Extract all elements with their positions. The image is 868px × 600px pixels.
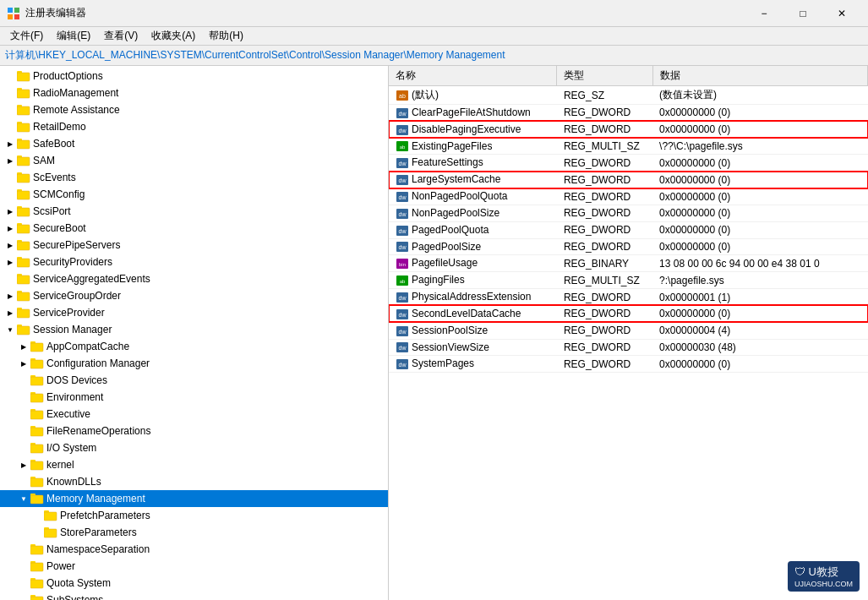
tree-item[interactable]: ▶ SecurityProviders	[0, 254, 388, 270]
expand-arrow[interactable]: ▶	[17, 357, 30, 370]
reg-type: REG_MULTI_SZ	[557, 138, 652, 155]
col-data[interactable]: 数据	[652, 66, 867, 86]
tree-item[interactable]: StoreParameters	[0, 524, 388, 541]
menu-view[interactable]: 查看(V)	[97, 27, 145, 45]
table-row[interactable]: dwLargeSystemCacheREG_DWORD0x00000000 (0…	[389, 172, 868, 188]
tree-item[interactable]: ▶ AppCompatCache	[0, 338, 388, 355]
tree-item[interactable]: SCMConfig	[0, 186, 388, 203]
expand-arrow[interactable]	[17, 559, 30, 573]
tree-item[interactable]: ▶ ScsiPort	[0, 203, 388, 220]
expand-arrow[interactable]: ▶	[3, 255, 17, 269]
tree-item[interactable]: Environment	[0, 389, 388, 406]
col-type[interactable]: 类型	[557, 66, 652, 86]
menu-file[interactable]: 文件(F)	[3, 27, 50, 45]
table-row[interactable]: dwClearPageFileAtShutdownREG_DWORD0x0000…	[389, 105, 868, 122]
table-row[interactable]: dwSecondLevelDataCacheREG_DWORD0x0000000…	[389, 305, 868, 322]
menu-help[interactable]: 帮助(H)	[202, 27, 250, 45]
tree-item[interactable]: ▶ SecurePipeServers	[0, 237, 388, 254]
table-row[interactable]: abPagingFilesREG_MULTI_SZ?:\pagefile.sys	[389, 272, 868, 289]
tree-item[interactable]: ScEvents	[0, 169, 388, 186]
tree-item[interactable]: PrefetchParameters	[0, 507, 388, 524]
tree-item[interactable]: ▶ SafeBoot	[0, 135, 388, 152]
expand-arrow[interactable]	[30, 509, 44, 522]
tree-item[interactable]: ▼ Session Manager	[0, 321, 388, 338]
col-name[interactable]: 名称	[389, 66, 557, 86]
svg-text:dw: dw	[399, 244, 407, 250]
svg-text:dw: dw	[399, 362, 407, 368]
reg-data: 0x00000001 (1)	[652, 289, 867, 306]
tree-item[interactable]: ▶ SecureBoot	[0, 220, 388, 237]
expand-arrow[interactable]	[3, 120, 17, 134]
tree-item[interactable]: ▶ Configuration Manager	[0, 355, 388, 372]
tree-item[interactable]: ▶ ServiceGroupOrder	[0, 287, 388, 304]
tree-item[interactable]: Executive	[0, 406, 388, 423]
expand-arrow[interactable]: ▶	[17, 458, 30, 472]
table-row[interactable]: binPagefileUsageREG_BINARY13 08 00 00 6c…	[389, 255, 868, 272]
expand-arrow[interactable]: ▼	[3, 323, 17, 336]
expand-arrow[interactable]	[3, 171, 17, 184]
expand-arrow[interactable]	[17, 374, 30, 387]
expand-arrow[interactable]	[17, 543, 30, 556]
tree-item[interactable]: ProductOptions	[0, 68, 388, 85]
maximize-button[interactable]: □	[783, 0, 822, 27]
minimize-button[interactable]: −	[745, 0, 783, 27]
expand-arrow[interactable]	[3, 103, 17, 117]
tree-item[interactable]: Power	[0, 558, 388, 575]
menu-edit[interactable]: 编辑(E)	[50, 27, 97, 45]
tree-item[interactable]: RadioManagement	[0, 85, 388, 101]
tree-item[interactable]: SubSystems	[0, 592, 388, 600]
tree-item[interactable]: DOS Devices	[0, 372, 388, 389]
tree-panel[interactable]: ProductOptions RadioManagement Remote As…	[0, 66, 389, 600]
expand-arrow[interactable]	[17, 424, 30, 438]
tree-item[interactable]: FileRenameOperations	[0, 423, 388, 439]
tree-item[interactable]: ▶ SAM	[0, 152, 388, 169]
expand-arrow[interactable]	[17, 593, 30, 600]
table-row[interactable]: dwNonPagedPoolQuotaREG_DWORD0x00000000 (…	[389, 188, 868, 205]
table-row[interactable]: dwSystemPagesREG_DWORD0x00000000 (0)	[389, 356, 868, 373]
expand-arrow[interactable]	[17, 475, 30, 488]
expand-arrow[interactable]: ▼	[17, 492, 30, 505]
tree-item[interactable]: Remote Assistance	[0, 101, 388, 118]
expand-arrow[interactable]: ▶	[3, 205, 17, 218]
expand-arrow[interactable]: ▶	[3, 137, 17, 150]
table-row[interactable]: dwSessionViewSizeREG_DWORD0x00000030 (48…	[389, 339, 868, 356]
expand-arrow[interactable]	[3, 69, 17, 83]
expand-arrow[interactable]: ▶	[3, 221, 17, 235]
table-row[interactable]: dwPagedPoolSizeREG_DWORD0x00000000 (0)	[389, 238, 868, 255]
expand-arrow[interactable]: ▶	[17, 340, 30, 353]
tree-item[interactable]: ▼ Memory Management	[0, 490, 388, 507]
table-row[interactable]: dwPagedPoolQuotaREG_DWORD0x00000000 (0)	[389, 221, 868, 238]
table-row[interactable]: ab(默认)REG_SZ(数值未设置)	[389, 86, 868, 105]
expand-arrow[interactable]	[3, 86, 17, 100]
menu-favorites[interactable]: 收藏夹(A)	[145, 27, 202, 45]
expand-arrow[interactable]	[17, 407, 30, 421]
expand-arrow[interactable]: ▶	[3, 306, 17, 319]
table-row[interactable]: dwSessionPoolSizeREG_DWORD0x00000004 (4)	[389, 322, 868, 339]
tree-item-label: AppCompatCache	[46, 341, 129, 352]
tree-item[interactable]: NamespaceSeparation	[0, 541, 388, 558]
reg-type: REG_MULTI_SZ	[557, 272, 652, 289]
table-row[interactable]: dwPhysicalAddressExtensionREG_DWORD0x000…	[389, 289, 868, 306]
close-button[interactable]: ✕	[822, 0, 861, 27]
expand-arrow[interactable]: ▶	[3, 238, 17, 252]
expand-arrow[interactable]	[3, 188, 17, 201]
expand-arrow[interactable]	[17, 576, 30, 590]
table-row[interactable]: dwDisablePagingExecutiveREG_DWORD0x00000…	[389, 121, 868, 138]
expand-arrow[interactable]	[30, 526, 44, 539]
expand-arrow[interactable]: ▶	[3, 154, 17, 167]
expand-arrow[interactable]: ▶	[3, 289, 17, 303]
table-row[interactable]: abExistingPageFilesREG_MULTI_SZ\??\C:\pa…	[389, 138, 868, 155]
expand-arrow[interactable]	[17, 441, 30, 455]
tree-item[interactable]: KnownDLLs	[0, 473, 388, 490]
table-row[interactable]: dwFeatureSettingsREG_DWORD0x00000000 (0)	[389, 155, 868, 172]
table-row[interactable]: dwNonPagedPoolSizeREG_DWORD0x00000000 (0…	[389, 205, 868, 221]
tree-item[interactable]: I/O System	[0, 439, 388, 456]
tree-item[interactable]: ▶ kernel	[0, 456, 388, 473]
expand-arrow[interactable]	[17, 390, 30, 404]
tree-item[interactable]: ▶ ServiceProvider	[0, 304, 388, 321]
tree-item[interactable]: ServiceAggregatedEvents	[0, 270, 388, 287]
reg-data: 13 08 00 00 6c 94 00 00 e4 38 01 0	[652, 255, 867, 272]
expand-arrow[interactable]	[3, 272, 17, 286]
tree-item[interactable]: RetailDemo	[0, 118, 388, 135]
tree-item[interactable]: Quota System	[0, 575, 388, 592]
